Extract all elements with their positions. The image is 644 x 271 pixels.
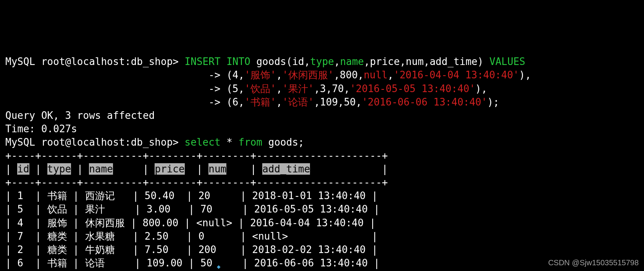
string-val: '果汁' [282,83,314,94]
paren: ( [226,69,232,81]
sql-keyword-from: from [239,136,263,148]
sp: | [226,163,262,175]
string-val: '休闲西服' [282,69,334,81]
val: 800 [340,69,358,81]
table-row: | 5 | 饮品 | 果汁 | 3.00 | 70 | 2016-05-05 1… [5,203,380,215]
col-header-addtime: add_time [262,163,310,175]
val: 70 [332,83,344,94]
table-row: | 2 | 糖类 | 牛奶糖 | 7.50 | 200 | 2018-02-02… [5,244,378,255]
comma: , [239,83,245,94]
comma: , [338,96,344,108]
sql-comma: , [364,56,370,67]
sql-col: id [292,56,304,67]
col-header-name: name [89,163,113,175]
sql-comma: , [334,56,340,67]
comma: , [314,96,320,108]
val: 109 [320,96,338,108]
close: ); [487,96,499,108]
string-val: '饮品' [244,83,276,94]
sql-keyword-insert: INSERT INTO [185,56,250,67]
sql-text: ) [478,56,489,67]
paren: ( [226,96,232,108]
val: 50 [344,96,356,108]
sql-col: type [310,56,334,67]
comma: , [239,96,245,108]
sp: | [310,163,388,175]
table-row: | 4 | 服饰 | 休闲西服 | 800.00 | <null> | 2016… [5,217,376,229]
sql-comma: , [424,56,430,67]
close: ), [475,83,487,94]
val: 3 [320,83,326,94]
sql-comma: , [400,56,406,67]
sql-table-name: goods; [262,136,304,148]
sql-col: num [406,56,424,67]
val: 5 [232,83,239,94]
pipe: | [5,163,11,175]
val: 6 [232,96,239,108]
sp: | [185,163,209,175]
continuation-line-2: -> (5,'饮品','果汁',3,70,'2016-05-05 13:40:4… [5,83,487,94]
query-result-ok: Query OK, 3 rows affected [5,110,155,121]
comma: , [239,69,245,81]
cont-prefix: -> [5,69,226,81]
cursor-icon: ◆ [217,263,221,271]
comma: , [358,69,364,81]
prompt-line-2: MySQL root@localhost:db_shop> select * f… [5,136,304,148]
sp [11,163,18,175]
comma: , [334,69,340,81]
sp: | [113,163,155,175]
sql-text: goods( [250,56,292,67]
table-border-mid: +----+------+----------+--------+-------… [5,177,388,188]
table-row: | 1 | 书籍 | 西游记 | 50.40 | 20 | 2018-01-01… [5,190,378,201]
prompt-text: MySQL root@localhost:db_shop> [5,56,185,67]
string-val: '2016-05-05 13:40:40' [350,83,475,94]
sql-col: price [370,56,400,67]
comma: , [314,83,320,94]
close: ), [519,69,531,81]
comma: , [344,83,350,94]
cont-prefix: -> [5,96,226,108]
table-header-row: | id | type | name | price | num | add_t… [5,163,388,175]
sql-col: add_time [429,56,477,67]
comma: , [276,83,282,94]
prompt-line-1: MySQL root@localhost:db_shop> INSERT INT… [5,56,525,67]
comma: , [387,69,394,81]
col-header-type: type [47,163,71,175]
continuation-line-3: -> (6,'书籍','论语',109,50,'2016-06-06 13:40… [5,96,499,108]
string-val: '2016-06-06 13:40:40' [362,96,487,108]
sql-col: name [340,56,364,67]
table-row: | 7 | 糖类 | 水果糖 | 2.50 | 0 | <null> | [5,230,378,242]
sql-star: * [221,136,239,148]
comma: , [276,69,282,81]
prompt-text: MySQL root@localhost:db_shop> [5,136,185,148]
watermark-text: CSDN @Sjw15035515798 [548,258,639,268]
table-row: | 6 | 书籍 | 论语 | 109.00 | 50 | 2016-06-06… [5,257,380,269]
string-val: '论语' [282,96,314,108]
col-header-id: id [17,163,29,175]
comma: , [276,96,282,108]
val: 4 [232,69,239,81]
paren: ( [226,83,232,94]
sql-keyword-select: select [185,136,221,148]
query-time: Time: 0.027s [5,123,77,135]
string-val: '服饰' [244,69,276,81]
comma: , [356,96,362,108]
sql-keyword-values: VALUES [489,56,525,67]
string-val: '书籍' [244,96,276,108]
col-header-num: num [208,163,226,175]
terminal-output[interactable]: MySQL root@localhost:db_shop> INSERT INT… [5,55,639,271]
table-border-top: +----+------+----------+--------+-------… [5,150,388,161]
continuation-line-1: -> (4,'服饰','休闲西服',800,null,'2016-04-04 1… [5,69,531,81]
col-header-price: price [155,163,184,175]
comma: , [326,83,332,94]
cont-prefix: -> [5,83,226,94]
string-val: '2016-04-04 13:40:40' [394,69,519,81]
null-val: null [364,69,388,81]
sp: | [29,163,47,175]
sp: | [71,163,89,175]
sql-comma: , [304,56,310,67]
